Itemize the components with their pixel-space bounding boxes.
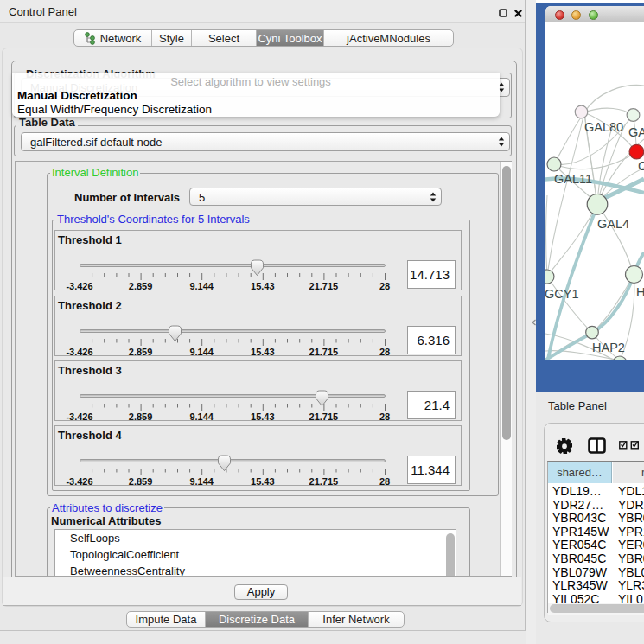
svg-text:GA: GA bbox=[628, 125, 644, 139]
svg-text:GCY1: GCY1 bbox=[545, 287, 579, 301]
svg-text:GAL11: GAL11 bbox=[554, 172, 592, 186]
svg-text:HAP2: HAP2 bbox=[592, 341, 625, 354]
svg-text:C: C bbox=[638, 159, 644, 173]
svg-text:GAL4: GAL4 bbox=[597, 217, 629, 231]
svg-text:GAL80: GAL80 bbox=[584, 120, 623, 134]
svg-text:H: H bbox=[636, 285, 644, 299]
